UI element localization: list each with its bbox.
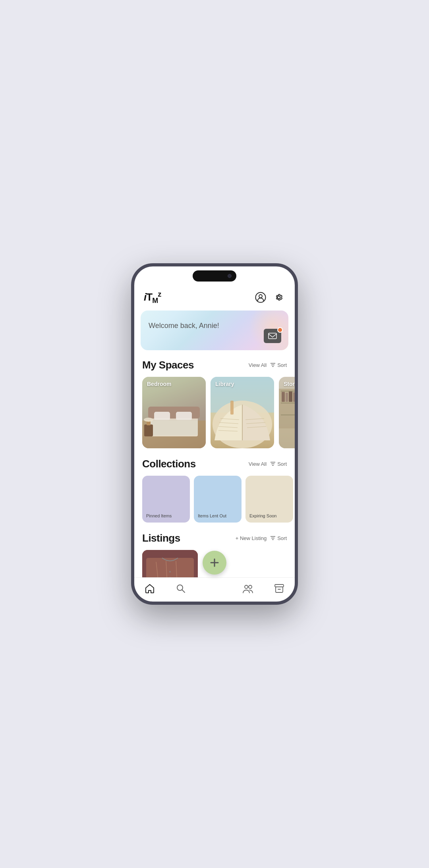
svg-point-60 [245,585,248,588]
collection-label-lent: Items Lent Out [198,513,226,519]
svg-point-0 [256,293,266,303]
space-label-bedroom: Bedroom [147,381,171,387]
svg-point-1 [259,295,262,298]
svg-rect-38 [293,392,295,402]
logo-tmz: T [146,291,152,303]
svg-rect-32 [281,391,295,392]
svg-rect-33 [281,403,295,403]
spaces-sort[interactable]: Sort [271,362,287,368]
collections-title: Collections [142,458,196,470]
phone-frame: iTMz Welcome [131,263,298,605]
svg-rect-35 [282,392,285,402]
spaces-title: My Spaces [142,359,194,371]
fab-button[interactable] [203,551,226,575]
app-header: iTMz [134,286,295,311]
logo-z: z [158,290,161,298]
svg-rect-37 [289,392,292,402]
space-label-library: Library [215,381,234,387]
nav-people[interactable] [236,582,260,595]
svg-rect-26 [230,401,234,415]
svg-rect-11 [150,420,198,436]
settings-button[interactable] [272,291,285,304]
space-card-library[interactable]: Library [211,377,274,448]
app-logo: iTMz [144,290,161,305]
collections-view-all[interactable]: View All [249,461,267,467]
space-card-storage[interactable]: Storage Spat [279,377,295,448]
new-listing-button[interactable]: + New Listing [236,535,267,541]
collection-card-expiring[interactable]: Expiring Soon [245,476,293,523]
profile-button[interactable] [254,291,267,304]
welcome-text: Welcome back, Annie! [149,322,280,330]
svg-point-56 [169,571,171,573]
collections-scroll: Pinned Items Items Lent Out Expiring Soo… [134,476,295,532]
bottom-nav [134,577,295,602]
logo-sub: M [152,297,158,305]
nav-home[interactable] [138,582,161,595]
message-button[interactable] [264,329,281,343]
spaces-view-all[interactable]: View All [249,362,267,368]
collection-label-pinned: Pinned Items [146,513,172,519]
spaces-actions: View All Sort [249,362,287,368]
collections-sort[interactable]: Sort [271,461,287,467]
nav-archive[interactable] [268,582,291,595]
listings-title: Listings [142,532,180,544]
nav-search[interactable] [169,582,192,595]
svg-rect-36 [286,393,288,402]
listings-section-header: Listings + New Listing Sort [134,532,295,550]
header-icons [254,291,285,304]
svg-rect-34 [281,415,295,415]
spaces-scroll: Bedroom [134,377,295,458]
svg-rect-62 [275,584,284,587]
space-label-storage: Storage Spat [284,381,295,387]
collection-label-expiring: Expiring Soon [249,513,277,519]
collection-card-pinned[interactable]: Pinned Items [142,476,190,523]
listings-sort[interactable]: Sort [271,535,287,541]
svg-rect-12 [144,424,153,436]
space-card-bedroom[interactable]: Bedroom [142,377,206,448]
phone-notch [193,270,236,282]
collection-card-lent[interactable]: Items Lent Out [194,476,242,523]
spaces-section-header: My Spaces View All Sort [134,359,295,377]
collections-section-header: Collections View All Sort [134,458,295,476]
svg-rect-30 [279,428,295,448]
listings-actions: + New Listing Sort [236,535,287,541]
svg-point-61 [249,585,252,588]
svg-rect-63 [276,587,283,592]
svg-line-59 [182,590,185,593]
collections-actions: View All Sort [249,461,287,467]
svg-rect-2 [269,333,276,339]
welcome-banner: Welcome back, Annie! [141,311,288,350]
